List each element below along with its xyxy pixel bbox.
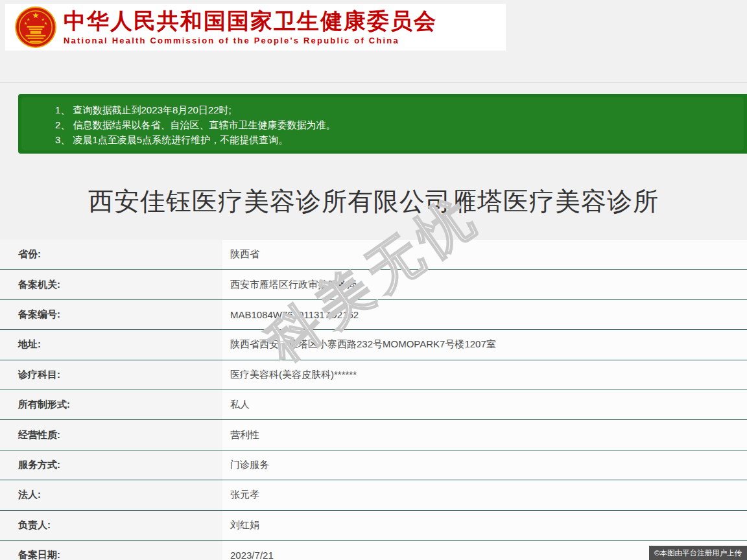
field-label: 地址: <box>0 330 222 359</box>
field-value: 门诊服务 <box>222 450 747 480</box>
table-row: 负责人:刘红娟 <box>0 511 747 541</box>
site-title-english: National Health Commission of the People… <box>64 35 437 47</box>
field-label: 经营性质: <box>0 420 222 449</box>
table-row: 法人:张元孝 <box>0 480 747 510</box>
table-row: 备案编号:MAB1084W761011317D2162 <box>0 300 747 330</box>
field-label: 诊疗科目: <box>0 360 222 390</box>
field-label: 备案机关: <box>0 270 222 299</box>
notice-box: 1、 查询数据截止到2023年8月20日22时; 2、 信息数据结果以各省、自治… <box>18 94 747 154</box>
site-header-logo: ★ ★ ★ ★ ★ 中华人民共和国国家卫生健康委员会 National Heal… <box>5 4 506 51</box>
field-value: MAB1084W761011317D2162 <box>222 300 747 329</box>
field-value: 张元孝 <box>222 480 747 509</box>
field-label: 备案编号: <box>0 300 222 329</box>
field-value: 医疗美容科(美容皮肤科)****** <box>222 360 747 390</box>
site-title-chinese: 中华人民共和国国家卫生健康委员会 <box>64 8 437 33</box>
site-title-block: 中华人民共和国国家卫生健康委员会 National Health Commiss… <box>64 8 437 47</box>
field-value: 营利性 <box>222 420 747 449</box>
table-row: 经营性质:营利性 <box>0 420 747 450</box>
table-row: 地址:陕西省西安市雁塔区小寨西路232号MOMOPARK7号楼1207室 <box>0 330 747 360</box>
table-row: 省份:陕西省 <box>0 240 747 270</box>
table-row: 诊疗科目:医疗美容科(美容皮肤科)****** <box>0 360 747 390</box>
china-national-emblem-icon: ★ ★ ★ ★ ★ <box>14 6 57 49</box>
svg-text:★: ★ <box>24 21 28 25</box>
notice-line-3: 3、 凌晨1点至凌晨5点系统进行维护，不能提供查询。 <box>55 132 737 147</box>
field-value: 西安市雁塔区行政审批服务局 <box>222 270 747 299</box>
header-divider <box>0 82 747 83</box>
field-value: 陕西省 <box>222 240 747 269</box>
field-value: 陕西省西安市雁塔区小寨西路232号MOMOPARK7号楼1207室 <box>222 330 747 359</box>
notice-box-inner: 1、 查询数据截止到2023年8月20日22时; 2、 信息数据结果以各省、自治… <box>21 97 744 150</box>
image-source-badge: ©本图由平台注册用户上传 <box>649 546 747 560</box>
institution-name-title: 西安佳钰医疗美容诊所有限公司雁塔医疗美容诊所 <box>0 184 747 219</box>
field-label: 省份: <box>0 240 222 269</box>
table-row: 备案机关:西安市雁塔区行政审批服务局 <box>0 270 747 299</box>
notice-line-2: 2、 信息数据结果以各省、自治区、直辖市卫生健康委数据为准。 <box>55 117 737 132</box>
table-row: 备案日期:2023/7/21 <box>0 541 747 560</box>
svg-text:★: ★ <box>44 21 48 25</box>
svg-text:★: ★ <box>32 11 39 20</box>
field-label: 所有制形式: <box>0 390 222 419</box>
record-table: 省份:陕西省备案机关:西安市雁塔区行政审批服务局备案编号:MAB1084W761… <box>0 240 747 560</box>
field-label: 负责人: <box>0 511 222 540</box>
field-label: 法人: <box>0 480 222 509</box>
notice-line-1: 1、 查询数据截止到2023年8月20日22时; <box>55 102 737 117</box>
table-row: 服务方式:门诊服务 <box>0 450 747 480</box>
field-label: 备案日期: <box>0 541 222 560</box>
field-label: 服务方式: <box>0 450 222 480</box>
field-value: 私人 <box>222 390 747 419</box>
field-value: 刘红娟 <box>222 511 747 540</box>
table-row: 所有制形式:私人 <box>0 390 747 420</box>
